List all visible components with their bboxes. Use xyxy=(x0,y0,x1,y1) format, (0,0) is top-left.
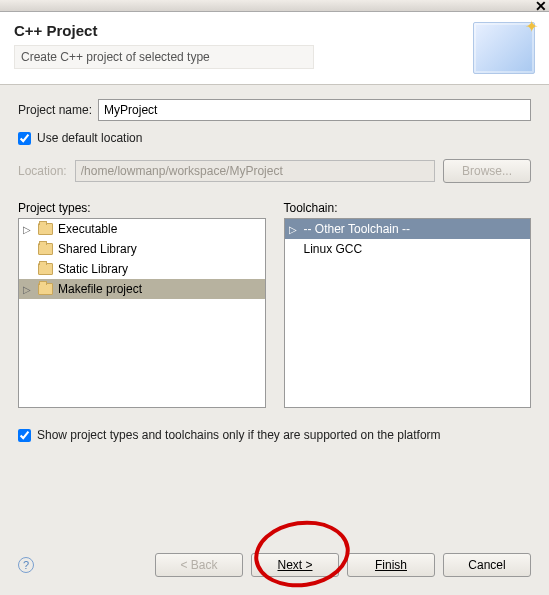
cpp-project-dialog: ✕ C++ Project Create C++ project of sele… xyxy=(0,0,549,595)
show-supported-row: Show project types and toolchains only i… xyxy=(18,428,531,442)
project-name-row: Project name: xyxy=(18,99,531,121)
dialog-header: C++ Project Create C++ project of select… xyxy=(0,12,549,85)
folder-icon xyxy=(38,283,53,295)
lists-row: Project types: ▷ Executable Shared Libra… xyxy=(18,201,531,408)
location-input xyxy=(75,160,435,182)
titlebar: ✕ xyxy=(0,0,549,12)
use-default-row: Use default location xyxy=(18,131,531,145)
show-supported-checkbox[interactable] xyxy=(18,429,31,442)
tree-item-static-library[interactable]: Static Library xyxy=(19,259,265,279)
project-types-label: Project types: xyxy=(18,201,266,215)
finish-button[interactable]: Finish xyxy=(347,553,435,577)
header-subtitle: Create C++ project of selected type xyxy=(14,45,314,69)
expander-icon[interactable]: ▷ xyxy=(23,284,33,295)
project-name-label: Project name: xyxy=(18,103,92,117)
cancel-button[interactable]: Cancel xyxy=(443,553,531,577)
dialog-body: Project name: Use default location Locat… xyxy=(0,85,549,541)
wizard-banner-icon: ✦ xyxy=(473,22,535,74)
list-item-other-toolchain[interactable]: ▷ -- Other Toolchain -- xyxy=(285,219,531,239)
show-supported-label: Show project types and toolchains only i… xyxy=(37,428,441,442)
folder-icon xyxy=(38,243,53,255)
project-types-column: Project types: ▷ Executable Shared Libra… xyxy=(18,201,266,408)
location-label: Location: xyxy=(18,164,67,178)
list-item-label: Linux GCC xyxy=(304,242,363,256)
use-default-checkbox[interactable] xyxy=(18,132,31,145)
header-title: C++ Project xyxy=(14,22,463,39)
next-button[interactable]: Next > xyxy=(251,553,339,577)
location-row: Location: Browse... xyxy=(18,159,531,183)
back-button: < Back xyxy=(155,553,243,577)
selection-indicator-icon: ▷ xyxy=(289,224,299,235)
dialog-footer: ? < Back Next > Finish Cancel xyxy=(0,541,549,595)
toolchain-listbox[interactable]: ▷ -- Other Toolchain -- Linux GCC xyxy=(284,218,532,408)
toolchain-column: Toolchain: ▷ -- Other Toolchain -- Linux… xyxy=(284,201,532,408)
toolchain-label: Toolchain: xyxy=(284,201,532,215)
tree-item-makefile-project[interactable]: ▷ Makefile project xyxy=(19,279,265,299)
project-name-input[interactable] xyxy=(98,99,531,121)
folder-icon xyxy=(38,223,53,235)
close-icon[interactable]: ✕ xyxy=(535,0,547,14)
folder-icon xyxy=(38,263,53,275)
tree-item-label: Shared Library xyxy=(58,242,137,256)
use-default-label: Use default location xyxy=(37,131,142,145)
list-item-linux-gcc[interactable]: Linux GCC xyxy=(285,239,531,259)
sparkle-icon: ✦ xyxy=(525,17,538,36)
expander-icon[interactable]: ▷ xyxy=(23,224,33,235)
tree-item-label: Static Library xyxy=(58,262,128,276)
browse-button: Browse... xyxy=(443,159,531,183)
tree-item-executable[interactable]: ▷ Executable xyxy=(19,219,265,239)
help-icon[interactable]: ? xyxy=(18,557,34,573)
tree-item-label: Makefile project xyxy=(58,282,142,296)
list-item-label: -- Other Toolchain -- xyxy=(304,222,410,236)
tree-item-shared-library[interactable]: Shared Library xyxy=(19,239,265,259)
project-types-listbox[interactable]: ▷ Executable Shared Library Static Libra… xyxy=(18,218,266,408)
tree-item-label: Executable xyxy=(58,222,117,236)
